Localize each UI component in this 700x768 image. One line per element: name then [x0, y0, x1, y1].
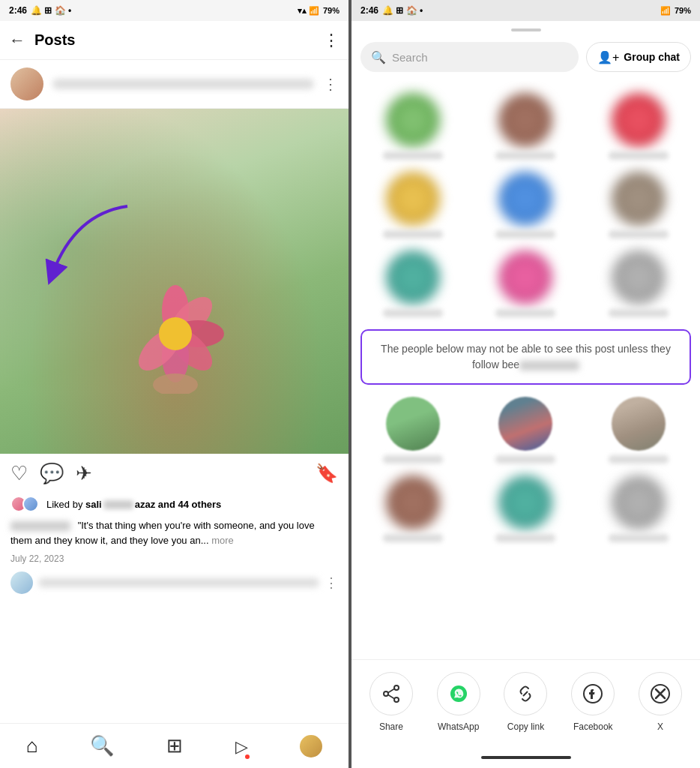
purple-arrow-annotation	[37, 199, 142, 296]
whatsapp-circle	[437, 672, 480, 716]
battery-right: 79%	[675, 6, 691, 15]
svg-point-7	[153, 374, 198, 394]
nav-home[interactable]: ⌂	[26, 734, 38, 758]
contact-avatar	[612, 172, 666, 226]
group-chat-button[interactable]: 👤+ Group chat	[586, 42, 691, 72]
caption-more[interactable]: more	[211, 535, 234, 546]
likes-count: and 44 others	[155, 499, 221, 510]
contact-avatar	[498, 93, 552, 147]
svg-point-8	[394, 686, 399, 690]
notification-icons-left: 🔔 ⊞ 🏠 •	[31, 5, 71, 16]
contact-item[interactable]	[480, 250, 570, 317]
contact-avatar	[386, 250, 440, 304]
contact-name	[495, 455, 555, 464]
contact-name	[383, 455, 443, 464]
nav-profile[interactable]	[300, 735, 322, 758]
contact-avatar	[498, 172, 552, 226]
back-button[interactable]: ←	[9, 31, 25, 50]
share-option-whatsapp[interactable]: WhatsApp	[437, 672, 480, 732]
liker-name-2[interactable]: azaz	[135, 499, 155, 510]
bookmark-button[interactable]: 🔖	[316, 463, 338, 484]
notice-box: The people below may not be able to see …	[360, 329, 691, 385]
contact-name	[609, 230, 669, 238]
nav-create[interactable]: ⊞	[166, 734, 183, 758]
contact-item[interactable]	[594, 250, 684, 317]
search-box[interactable]: 🔍 Search	[360, 42, 579, 72]
contact-avatar	[386, 397, 440, 451]
x-label: X	[657, 722, 663, 732]
svg-line-11	[388, 689, 394, 693]
contact-avatar	[498, 397, 552, 451]
caption-username-blur	[10, 521, 70, 531]
share-options: Share WhatsApp	[351, 659, 700, 747]
contact-item[interactable]	[368, 172, 458, 238]
share-circle	[369, 672, 413, 716]
nav-reels[interactable]: ▷	[235, 734, 248, 758]
like-button[interactable]: ♡	[10, 462, 28, 485]
contact-item[interactable]	[594, 172, 684, 238]
share-search-row: 🔍 Search 👤+ Group chat	[351, 36, 700, 81]
contact-item[interactable]	[480, 172, 570, 238]
contact-item[interactable]	[368, 397, 458, 464]
contact-name	[609, 152, 669, 160]
svg-point-9	[384, 692, 388, 696]
x-icon	[650, 683, 671, 704]
likes-row: Liked by saliazaz and 44 others	[0, 493, 349, 515]
contact-item[interactable]	[368, 250, 458, 317]
contact-name	[609, 534, 669, 542]
right-status-bar: 2:46 🔔 ⊞ 🏠 • 📶 79%	[351, 0, 700, 21]
contact-avatar	[498, 476, 552, 530]
liker-name-1[interactable]: sali	[85, 499, 102, 510]
contact-name	[383, 152, 443, 160]
contact-item[interactable]	[480, 397, 570, 464]
notification-icons-right: 🔔 ⊞ 🏠 •	[382, 5, 423, 16]
share-option-copylink[interactable]: Copy link	[504, 672, 547, 732]
contact-item[interactable]	[594, 397, 684, 464]
group-chat-icon: 👤+	[597, 50, 619, 64]
contacts-row-1	[351, 87, 700, 166]
comment-more-button[interactable]: ⋮	[325, 574, 338, 591]
signal-right: 📶	[660, 6, 671, 16]
contact-item[interactable]	[480, 476, 570, 542]
share-option-x[interactable]: X	[639, 672, 682, 732]
liked-avatar-2	[22, 496, 39, 512]
contact-avatar	[386, 476, 440, 530]
nav-search[interactable]: 🔍	[90, 734, 114, 758]
contact-item[interactable]	[368, 476, 458, 542]
svg-line-12	[388, 695, 394, 699]
battery-left: 79%	[323, 6, 340, 15]
contact-item[interactable]	[594, 93, 684, 160]
contact-name	[383, 309, 443, 317]
share-button[interactable]: ✈	[76, 462, 92, 485]
share-option-facebook[interactable]: Facebook	[571, 672, 615, 732]
contact-item[interactable]	[368, 93, 458, 160]
share-option-share[interactable]: Share	[369, 672, 413, 732]
action-bar: ♡ 💬 ✈ 🔖	[0, 454, 349, 493]
comment-button[interactable]: 💬	[40, 462, 64, 485]
contact-avatar	[612, 397, 666, 451]
contact-avatar	[612, 93, 666, 147]
commenter-avatar	[10, 572, 33, 594]
post-options-button[interactable]: ⋮	[323, 75, 338, 93]
contacts-row-4	[351, 391, 700, 470]
contact-name	[495, 309, 555, 317]
contact-name	[495, 230, 555, 238]
signal-left: ▾▴ 📶	[298, 6, 319, 16]
sheet-handle-wrap	[351, 21, 700, 36]
contacts-row-5	[351, 470, 700, 548]
contact-item[interactable]	[480, 93, 570, 160]
contacts-row-2	[351, 166, 700, 244]
date-row: July 22, 2023	[0, 550, 349, 567]
time-left: 2:46	[9, 5, 27, 16]
more-options-button[interactable]: ⋮	[323, 31, 340, 50]
contact-item[interactable]	[594, 476, 684, 542]
left-status-bar: 2:46 🔔 ⊞ 🏠 • ▾▴ 📶 79%	[0, 0, 349, 21]
contact-name	[609, 455, 669, 464]
contacts-scroll[interactable]: The people below may not be able to see …	[351, 81, 700, 659]
liked-avatars	[10, 496, 34, 512]
svg-point-10	[394, 698, 399, 702]
likes-text: Liked by saliazaz and 44 others	[46, 499, 221, 510]
contact-name	[495, 152, 555, 160]
avatar[interactable]	[10, 68, 43, 100]
whatsapp-label: WhatsApp	[438, 722, 479, 732]
